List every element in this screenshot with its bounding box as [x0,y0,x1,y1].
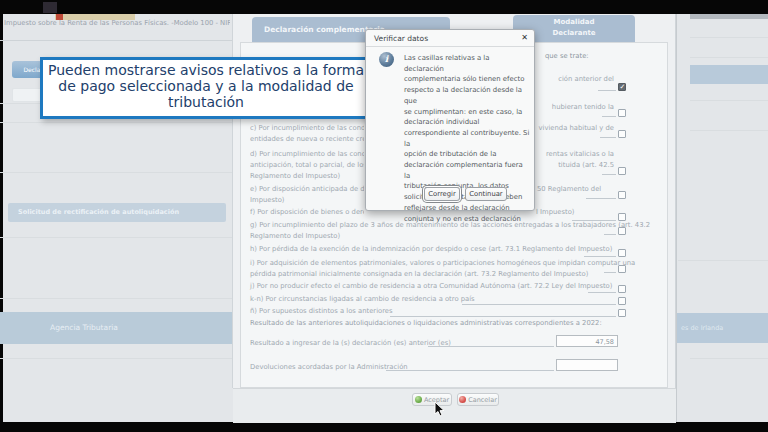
row-j-line: j) Por no producir efecto el cambio de r… [250,282,612,291]
section-band-solicitud: Solicitud de rectificación de autoliquid… [8,203,226,222]
cancel-button[interactable]: Cancelar [457,393,499,406]
section-band-agencia: Agencia Tributaria [0,312,232,344]
dialog-title-divider [366,46,534,47]
row-kn-line: k-n) Por circunstancias ligadas al cambi… [250,295,475,304]
row-c-fragment: vivienda habitual y de [539,124,615,133]
tutorial-callout: Pueden mostrarse avisos relativos a la f… [40,57,372,119]
tutorial-callout-line: de pago seleccionada y a la modalidad de [43,78,369,94]
row-d-line1: d) Por incumplimiento de las condic [250,150,364,159]
checkbox-row-i[interactable] [618,265,626,273]
letterbox-left [0,0,3,432]
row-nn-line: ñ) Por supuestos distintos a los anterio… [250,307,393,316]
right-band-top [690,65,768,84]
row-f-line: f) Por disposición de bienes o derech [250,208,364,217]
tutorial-callout-line: tributación [43,94,369,110]
checkbox-row-g[interactable] [618,227,626,235]
tab-modalidad-line1: Modalidad [513,17,635,28]
tutorial-callout-line: Pueden mostrarse avisos relativos a la f… [43,62,369,78]
dialog-message-line: Las casillas relativas a la declaración [404,53,530,74]
dialog-message-line: se cumplimentan: en este caso, la [404,107,530,118]
row-g-line2: Reglamento del Impuesto) [250,232,340,241]
checkbox-row-h[interactable] [618,249,626,257]
panel-footer [233,388,676,423]
info-icon: i [379,52,394,67]
row-b-fragment: hubieran tenido la [552,103,614,112]
row-e-line1: e) Por disposición anticipada de dere [250,185,364,194]
row-d-fragment1: rentas vitalicias o la [546,150,614,159]
accept-button[interactable]: Aceptar [412,393,452,406]
right-band-label-fragment: es de Irlanda [677,313,768,343]
dialog-title: Verificar datos [374,34,428,43]
dialog-message-line: reflejarse desde la declaración [404,203,530,214]
dialog-message-line: declaración individual [404,117,530,128]
dialog-message-line: conjunta y no en esta declaración [404,214,530,225]
checkbox-row-c[interactable] [618,130,626,138]
totals-header: Resultado de las anteriores autoliquidac… [250,319,602,328]
row-e-line2: Impuesto) [250,196,284,205]
row-a-fragment: ción anterior del [558,75,614,84]
close-icon[interactable]: ✕ [521,33,528,42]
row-d-line2: anticipación, total o parcial, de los de [250,161,364,170]
checkbox-row-f[interactable] [618,213,626,221]
letterbox-top [0,0,768,14]
section-band-solicitud-label: Solicitud de rectificación de autoliquid… [8,203,226,222]
cancel-icon [459,396,466,403]
verificar-datos-dialog: Verificar datos ✕ i Las casillas relativ… [365,29,535,211]
accept-icon [415,396,422,403]
browser-chrome-fragment [43,2,57,13]
row-d-fragment2: tituida (art. 42.5 [558,161,614,170]
divider [0,40,232,41]
section-band-agencia-label: Agencia Tributaria [0,312,232,344]
checkbox-row-j[interactable] [618,285,626,293]
page-title: Impuesto sobre la Renta de las Personas … [4,19,230,28]
dialog-message-line: complementaria sólo tienen efecto [404,74,530,85]
dialog-message-line: declaración complementaria fuera la [404,160,530,181]
field-devoluciones-label: Devoluciones acordadas por la Administra… [250,363,408,372]
row-e-fragment: 50 Reglamento del [537,185,601,194]
row-d-line3: Reglamento del Impuesto) [250,172,340,181]
checkbox-row-b[interactable] [618,109,626,117]
row-f-fragment: l Impuesto) [536,208,575,217]
divider [676,14,677,422]
continuar-button[interactable]: Continuar [465,187,507,201]
letterbox-bottom [0,422,768,432]
field-devoluciones-input[interactable] [556,359,618,371]
corregir-button[interactable]: Corregir [424,187,460,201]
row-h-line: h) Por pérdida de la exención de la inde… [250,245,612,254]
row-c-line1: c) Por incumplimiento de las condici [250,124,364,133]
checkbox-row-d[interactable] [618,167,626,175]
row-i-line1: i) Por adquisición de elementos patrimon… [250,259,635,268]
mouse-cursor [434,401,446,418]
dialog-message-line: correspondiente al contribuyente. Si la [404,128,530,149]
row-c-line2: entidades de nueva o reciente creaci [250,135,364,144]
checkbox-row-kn[interactable] [618,297,626,305]
checkbox-row-e[interactable] [618,191,626,199]
right-strip [690,14,768,19]
right-band-bottom: es de Irlanda [677,313,768,343]
checkbox-row-nn[interactable] [618,309,626,317]
checkbox-row-a[interactable] [618,83,626,91]
screen: Impuesto sobre la Renta de las Personas … [0,0,768,432]
cancel-label: Cancelar [468,396,497,404]
field-resultado-input[interactable]: 47,58 [556,335,618,347]
dialog-message-line: respecto a la declaración desde la que [404,85,530,106]
intro-fragment: que se trate: [545,52,589,61]
field-resultado-label: Resultado a ingresar de la (s) declaraci… [250,339,451,348]
dialog-message-line: opción de tributación de la [404,149,530,160]
row-i-line2: pérdida patrimonial inicialmente consign… [250,270,588,279]
background-row-fragment [12,88,42,102]
